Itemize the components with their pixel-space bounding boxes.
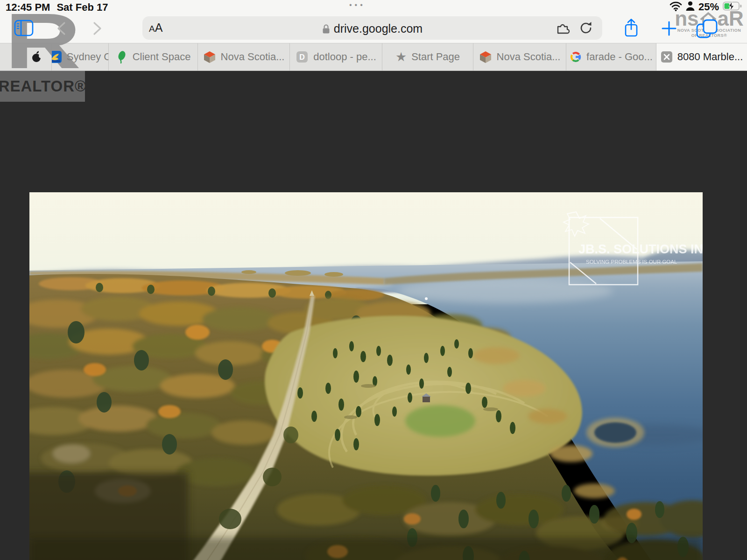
multitask-dots: ••• xyxy=(349,1,366,9)
user-location-icon xyxy=(686,1,695,13)
cube-icon xyxy=(203,50,216,63)
new-tab-button[interactable] xyxy=(661,21,677,38)
tab-label: dotloop - pe... xyxy=(313,51,376,63)
tab-label: Nova Scotia... xyxy=(497,51,561,63)
google-g-icon xyxy=(570,51,582,63)
ipad-safari-screenshot: 12:45 PMSat Feb 17 ••• 25% xyxy=(0,0,747,560)
tab-label: Sydney C xyxy=(67,51,108,63)
status-time-date: 12:45 PMSat Feb 17 xyxy=(6,1,114,14)
tab-label: Client Space xyxy=(133,51,191,63)
status-date: Sat Feb 17 xyxy=(56,1,108,13)
star-icon: ★ xyxy=(395,51,407,63)
dotloop-d-icon: D xyxy=(296,50,309,63)
tab-nova-scotia-1[interactable]: Nova Scotia... xyxy=(197,43,289,70)
tab-8080-marble-active[interactable]: 8080 Marble... xyxy=(656,43,747,70)
battery-percent: 25% xyxy=(698,1,719,13)
tab-overview-button[interactable] xyxy=(696,19,720,41)
tab-apple[interactable] xyxy=(22,43,51,70)
jbs-title: JB.S. SOLUTIONS INC. xyxy=(578,242,703,256)
battery-charging-icon xyxy=(723,1,742,13)
safari-toolbar: AA drive.google.com xyxy=(0,13,747,43)
tab-start-page[interactable]: ★ Start Page xyxy=(382,43,473,70)
share-button[interactable] xyxy=(624,18,639,40)
close-icon[interactable] xyxy=(661,51,673,63)
apple-icon xyxy=(31,50,43,63)
tab-label: farade - Goo... xyxy=(586,51,653,63)
tab-client-space[interactable]: Client Space xyxy=(108,43,197,70)
status-time: 12:45 PM xyxy=(6,1,50,13)
status-bar: 12:45 PMSat Feb 17 ••• 25% xyxy=(0,0,747,13)
wifi-icon xyxy=(669,1,682,13)
green-leaf-icon xyxy=(116,50,128,63)
cube-icon xyxy=(479,50,492,63)
drive-preview-background: JB.S. SOLUTIONS INC. SOLVING PROBLEMS IS… xyxy=(0,71,747,560)
tab-label: 8080 Marble... xyxy=(677,51,743,63)
back-button[interactable] xyxy=(55,21,67,37)
tab-dotloop[interactable]: D dotloop - pe... xyxy=(289,43,382,70)
svg-text:D: D xyxy=(299,53,305,61)
aerial-landscape-photo: JB.S. SOLUTIONS INC. SOLVING PROBLEMS IS… xyxy=(29,192,703,560)
tab-sydney[interactable]: Sydney C xyxy=(51,43,108,70)
tab-bar: Sydney C Client Space Nova Scotia... D d… xyxy=(0,43,747,71)
drive-image-preview[interactable]: JB.S. SOLUTIONS INC. SOLVING PROBLEMS IS… xyxy=(29,192,703,560)
tab-farade-google[interactable]: farade - Goo... xyxy=(566,43,656,70)
forward-button[interactable] xyxy=(92,21,104,37)
tab-nova-scotia-2[interactable]: Nova Scotia... xyxy=(473,43,566,70)
jbs-tagline: SOLVING PROBLEMS IS OUR GOAL xyxy=(586,259,677,265)
status-icons: 25% xyxy=(669,1,742,13)
tab-label: Start Page xyxy=(411,51,460,63)
tab-label: Nova Scotia... xyxy=(221,51,285,63)
sydney-harbour-icon xyxy=(51,50,62,63)
